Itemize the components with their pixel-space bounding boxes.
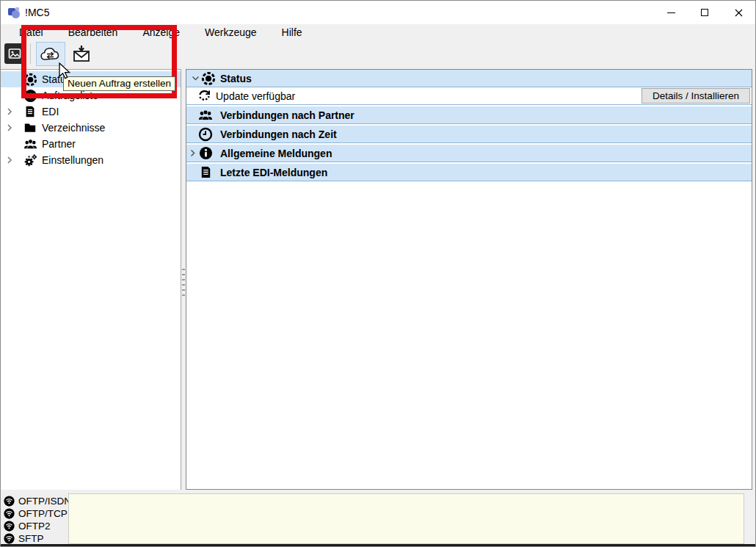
chevron-down-icon[interactable] xyxy=(191,73,200,83)
sidebar-item-edi[interactable]: EDI xyxy=(1,104,181,120)
document-icon xyxy=(198,165,213,180)
main-panel: Status Update verfügbar Details / Instal… xyxy=(186,69,752,490)
section-label: Verbindungen nach Zeit xyxy=(220,128,337,140)
window-bottom-edge xyxy=(1,544,755,547)
section-status[interactable]: Status xyxy=(186,70,752,87)
app-window: !MC5 Datei Bearbeiten Anzeige Werkzeuge … xyxy=(0,0,756,547)
section-label: Letzte EDI-Meldungen xyxy=(220,167,327,178)
minimize-button[interactable] xyxy=(654,1,688,24)
sidebar-item-verzeichnisse[interactable]: Verzeichnisse xyxy=(1,120,181,136)
gears-icon xyxy=(23,153,37,167)
protocol-oftp2[interactable]: OFTP2 xyxy=(4,520,51,532)
protocol-label: OFTP/TCP xyxy=(18,508,68,519)
sidebar-item-partner[interactable]: Partner xyxy=(1,136,181,152)
chevron-right-icon[interactable] xyxy=(5,156,14,164)
sidebar-item-label: Einstellungen xyxy=(42,154,103,166)
protocol-oftp-tcp[interactable]: OFTP/TCP xyxy=(4,507,68,520)
sidebar-item-einstellungen[interactable]: Einstellungen xyxy=(1,152,181,168)
wifi-icon xyxy=(4,496,15,507)
chevron-right-icon[interactable] xyxy=(5,123,14,132)
chevron-right-icon[interactable] xyxy=(5,107,14,116)
folder-icon xyxy=(23,120,37,135)
protocol-label: OFTP/ISDN xyxy=(18,496,71,507)
wifi-icon xyxy=(4,533,15,544)
sidebar-tree: Status Auftragsliste EDI Verzeichn xyxy=(1,69,181,490)
status-target-icon xyxy=(201,71,216,86)
details-install-button[interactable]: Details / Installieren xyxy=(641,88,750,104)
clock-icon xyxy=(198,127,213,142)
tooltip: Neuen Auftrag erstellen xyxy=(63,76,175,91)
section-label: Status xyxy=(220,73,252,84)
section-label: Allgemeine Meldungen xyxy=(220,148,332,159)
section-letzte-edi-meldungen[interactable]: Letzte EDI-Meldungen xyxy=(186,164,752,181)
wifi-icon xyxy=(4,508,15,519)
section-verbindungen-partner[interactable]: Verbindungen nach Partner xyxy=(186,106,752,124)
app-logo-icon xyxy=(7,6,21,19)
protocol-label: SFTP xyxy=(18,533,44,544)
mouse-cursor-icon xyxy=(58,62,73,81)
maximize-icon xyxy=(701,9,708,16)
close-button[interactable] xyxy=(722,1,755,24)
refresh-icon xyxy=(197,89,211,104)
protocol-label: OFTP2 xyxy=(18,521,51,532)
bottom-bar: OFTP/ISDN OFTP/TCP OFTP2 xyxy=(1,493,755,547)
menu-werkzeuge[interactable]: Werkzeuge xyxy=(192,24,269,40)
chevron-right-icon[interactable] xyxy=(188,148,197,158)
protocol-oftp-isdn[interactable]: OFTP/ISDN xyxy=(4,495,71,507)
sidebar-item-label: EDI xyxy=(42,106,59,117)
info-icon xyxy=(198,146,213,161)
menu-hilfe[interactable]: Hilfe xyxy=(269,24,315,40)
section-label: Verbindungen nach Partner xyxy=(220,109,355,121)
protocol-sftp[interactable]: SFTP xyxy=(4,532,44,545)
splitter-grip-icon xyxy=(182,269,185,297)
row-update-verfuegbar[interactable]: Update verfügbar Details / Installieren xyxy=(186,87,752,105)
document-icon xyxy=(23,104,37,119)
people-icon xyxy=(198,108,213,123)
update-label: Update verfügbar xyxy=(216,90,295,102)
window-title: !MC5 xyxy=(25,7,49,18)
maximize-button[interactable] xyxy=(688,1,722,24)
log-output-panel xyxy=(68,493,744,544)
sidebar-item-label: Verzeichnisse xyxy=(42,122,105,134)
picture-icon xyxy=(7,46,22,61)
section-allgemeine-meldungen[interactable]: Allgemeine Meldungen xyxy=(186,145,752,162)
section-verbindungen-zeit[interactable]: Verbindungen nach Zeit xyxy=(186,126,752,143)
minimize-icon xyxy=(667,12,675,13)
protocol-list: OFTP/ISDN OFTP/TCP OFTP2 xyxy=(1,493,69,544)
sidebar-item-label: Partner xyxy=(42,138,76,150)
people-icon xyxy=(23,137,37,151)
close-icon xyxy=(735,9,743,17)
wifi-icon xyxy=(4,521,15,532)
titlebar: !MC5 xyxy=(1,1,755,24)
